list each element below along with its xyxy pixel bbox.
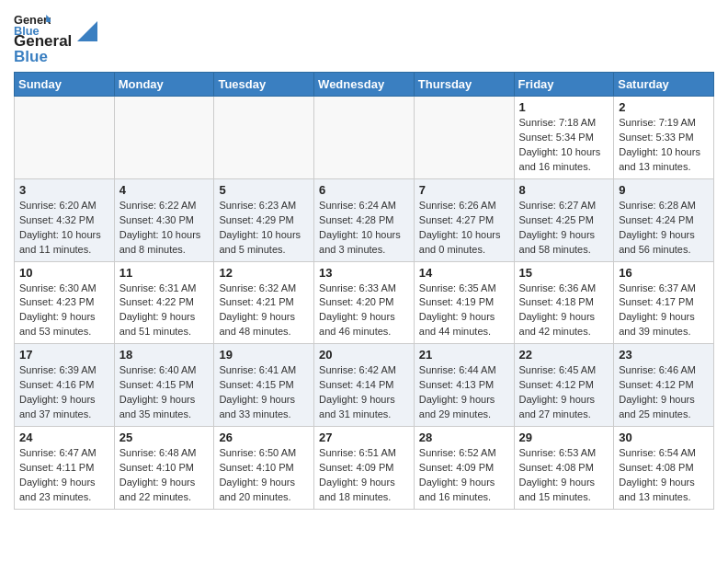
day-number: 10 xyxy=(19,266,109,280)
day-info: Sunrise: 6:23 AM Sunset: 4:29 PM Dayligh… xyxy=(219,199,309,258)
day-info: Sunrise: 6:39 AM Sunset: 4:16 PM Dayligh… xyxy=(19,363,109,422)
day-number: 15 xyxy=(519,266,609,280)
calendar-day-cell: 15Sunrise: 6:36 AM Sunset: 4:18 PM Dayli… xyxy=(514,261,614,344)
day-number: 22 xyxy=(519,348,609,362)
day-number: 24 xyxy=(19,431,109,444)
day-info: Sunrise: 6:53 AM Sunset: 4:08 PM Dayligh… xyxy=(519,446,609,505)
day-number: 1 xyxy=(519,100,609,114)
day-number: 20 xyxy=(319,348,409,362)
day-number: 21 xyxy=(419,348,509,362)
calendar-day-cell xyxy=(114,97,214,179)
day-info: Sunrise: 6:46 AM Sunset: 4:12 PM Dayligh… xyxy=(619,363,709,422)
weekday-header-cell: Saturday xyxy=(614,73,714,97)
day-info: Sunrise: 6:20 AM Sunset: 4:32 PM Dayligh… xyxy=(19,199,109,258)
day-info: Sunrise: 6:45 AM Sunset: 4:12 PM Dayligh… xyxy=(519,363,609,422)
calendar-day-cell: 2Sunrise: 7:19 AM Sunset: 5:33 PM Daylig… xyxy=(614,97,714,179)
calendar-day-cell: 26Sunrise: 6:50 AM Sunset: 4:10 PM Dayli… xyxy=(214,427,314,510)
day-info: Sunrise: 6:50 AM Sunset: 4:10 PM Dayligh… xyxy=(219,446,309,505)
day-info: Sunrise: 6:32 AM Sunset: 4:21 PM Dayligh… xyxy=(219,282,309,340)
day-number: 12 xyxy=(219,266,309,280)
day-info: Sunrise: 6:33 AM Sunset: 4:20 PM Dayligh… xyxy=(319,282,409,340)
weekday-header-cell: Friday xyxy=(514,73,614,97)
calendar-day-cell: 11Sunrise: 6:31 AM Sunset: 4:22 PM Dayli… xyxy=(114,261,214,344)
calendar-day-cell: 9Sunrise: 6:28 AM Sunset: 4:24 PM Daylig… xyxy=(614,178,714,261)
calendar-day-cell: 21Sunrise: 6:44 AM Sunset: 4:13 PM Dayli… xyxy=(414,344,514,427)
day-number: 8 xyxy=(519,183,609,197)
day-info: Sunrise: 6:28 AM Sunset: 4:24 PM Dayligh… xyxy=(619,199,709,258)
calendar-day-cell xyxy=(15,97,115,179)
day-number: 6 xyxy=(319,183,409,197)
day-info: Sunrise: 6:24 AM Sunset: 4:28 PM Dayligh… xyxy=(319,199,409,258)
day-info: Sunrise: 6:44 AM Sunset: 4:13 PM Dayligh… xyxy=(419,363,509,422)
calendar-body: 1Sunrise: 7:18 AM Sunset: 5:34 PM Daylig… xyxy=(15,97,714,510)
day-number: 29 xyxy=(519,431,609,444)
svg-marker-3 xyxy=(77,21,97,41)
calendar-day-cell: 28Sunrise: 6:52 AM Sunset: 4:09 PM Dayli… xyxy=(414,427,514,510)
calendar-table: SundayMondayTuesdayWednesdayThursdayFrid… xyxy=(14,72,714,510)
calendar-week-row: 10Sunrise: 6:30 AM Sunset: 4:23 PM Dayli… xyxy=(15,261,714,344)
day-info: Sunrise: 6:22 AM Sunset: 4:30 PM Dayligh… xyxy=(119,199,210,258)
day-info: Sunrise: 6:27 AM Sunset: 4:25 PM Dayligh… xyxy=(519,199,609,258)
day-number: 4 xyxy=(119,183,210,197)
calendar-day-cell: 12Sunrise: 6:32 AM Sunset: 4:21 PM Dayli… xyxy=(214,261,314,344)
calendar-day-cell: 24Sunrise: 6:47 AM Sunset: 4:11 PM Dayli… xyxy=(15,427,115,510)
day-number: 30 xyxy=(619,431,709,444)
calendar-day-cell: 30Sunrise: 6:54 AM Sunset: 4:08 PM Dayli… xyxy=(614,427,714,510)
day-number: 9 xyxy=(619,183,709,197)
calendar-day-cell: 17Sunrise: 6:39 AM Sunset: 4:16 PM Dayli… xyxy=(15,344,115,427)
calendar-day-cell: 14Sunrise: 6:35 AM Sunset: 4:19 PM Dayli… xyxy=(414,261,514,344)
day-info: Sunrise: 6:47 AM Sunset: 4:11 PM Dayligh… xyxy=(19,446,109,505)
day-number: 5 xyxy=(219,183,309,197)
weekday-header-row: SundayMondayTuesdayWednesdayThursdayFrid… xyxy=(15,73,714,97)
day-number: 28 xyxy=(419,431,509,444)
day-info: Sunrise: 6:35 AM Sunset: 4:19 PM Dayligh… xyxy=(419,282,509,340)
calendar-week-row: 24Sunrise: 6:47 AM Sunset: 4:11 PM Dayli… xyxy=(15,427,714,510)
header: General Blue General Blue xyxy=(14,9,714,64)
weekday-header-cell: Tuesday xyxy=(214,73,314,97)
day-number: 26 xyxy=(219,431,309,444)
day-info: Sunrise: 6:51 AM Sunset: 4:09 PM Dayligh… xyxy=(319,446,409,505)
day-info: Sunrise: 6:54 AM Sunset: 4:08 PM Dayligh… xyxy=(619,446,709,505)
calendar-day-cell xyxy=(214,97,314,179)
day-number: 18 xyxy=(119,348,210,362)
calendar-week-row: 17Sunrise: 6:39 AM Sunset: 4:16 PM Dayli… xyxy=(15,344,714,427)
day-info: Sunrise: 6:36 AM Sunset: 4:18 PM Dayligh… xyxy=(519,282,609,340)
day-number: 11 xyxy=(119,266,210,280)
weekday-header-cell: Sunday xyxy=(15,73,115,97)
day-number: 19 xyxy=(219,348,309,362)
day-info: Sunrise: 6:31 AM Sunset: 4:22 PM Dayligh… xyxy=(119,282,210,340)
calendar-day-cell: 29Sunrise: 6:53 AM Sunset: 4:08 PM Dayli… xyxy=(514,427,614,510)
calendar-day-cell: 22Sunrise: 6:45 AM Sunset: 4:12 PM Dayli… xyxy=(514,344,614,427)
day-number: 23 xyxy=(619,348,709,362)
calendar-day-cell: 5Sunrise: 6:23 AM Sunset: 4:29 PM Daylig… xyxy=(214,178,314,261)
day-number: 13 xyxy=(319,266,409,280)
day-number: 2 xyxy=(619,100,709,114)
calendar-day-cell xyxy=(314,97,415,179)
day-number: 16 xyxy=(619,266,709,280)
weekday-header-cell: Monday xyxy=(114,73,214,97)
calendar-day-cell: 3Sunrise: 6:20 AM Sunset: 4:32 PM Daylig… xyxy=(15,178,115,261)
day-info: Sunrise: 6:42 AM Sunset: 4:14 PM Dayligh… xyxy=(319,363,409,422)
calendar-day-cell: 19Sunrise: 6:41 AM Sunset: 4:15 PM Dayli… xyxy=(214,344,314,427)
calendar-day-cell: 7Sunrise: 6:26 AM Sunset: 4:27 PM Daylig… xyxy=(414,178,514,261)
day-number: 7 xyxy=(419,183,509,197)
calendar-week-row: 3Sunrise: 6:20 AM Sunset: 4:32 PM Daylig… xyxy=(15,178,714,261)
day-number: 17 xyxy=(19,348,109,362)
weekday-header-cell: Wednesday xyxy=(314,73,415,97)
day-number: 14 xyxy=(419,266,509,280)
day-info: Sunrise: 6:30 AM Sunset: 4:23 PM Dayligh… xyxy=(19,282,109,340)
logo-triangle-icon xyxy=(77,21,97,41)
day-info: Sunrise: 6:26 AM Sunset: 4:27 PM Dayligh… xyxy=(419,199,509,258)
day-info: Sunrise: 6:37 AM Sunset: 4:17 PM Dayligh… xyxy=(619,282,709,340)
logo-blue: Blue xyxy=(14,48,48,65)
day-info: Sunrise: 6:40 AM Sunset: 4:15 PM Dayligh… xyxy=(119,363,210,422)
day-info: Sunrise: 6:48 AM Sunset: 4:10 PM Dayligh… xyxy=(119,446,210,505)
calendar-day-cell: 20Sunrise: 6:42 AM Sunset: 4:14 PM Dayli… xyxy=(314,344,415,427)
day-info: Sunrise: 7:19 AM Sunset: 5:33 PM Dayligh… xyxy=(619,116,709,175)
day-info: Sunrise: 7:18 AM Sunset: 5:34 PM Dayligh… xyxy=(519,116,609,175)
calendar-week-row: 1Sunrise: 7:18 AM Sunset: 5:34 PM Daylig… xyxy=(15,97,714,179)
logo: General Blue General Blue xyxy=(14,9,97,64)
calendar-day-cell: 18Sunrise: 6:40 AM Sunset: 4:15 PM Dayli… xyxy=(114,344,214,427)
calendar-day-cell: 10Sunrise: 6:30 AM Sunset: 4:23 PM Dayli… xyxy=(15,261,115,344)
calendar-day-cell xyxy=(414,97,514,179)
